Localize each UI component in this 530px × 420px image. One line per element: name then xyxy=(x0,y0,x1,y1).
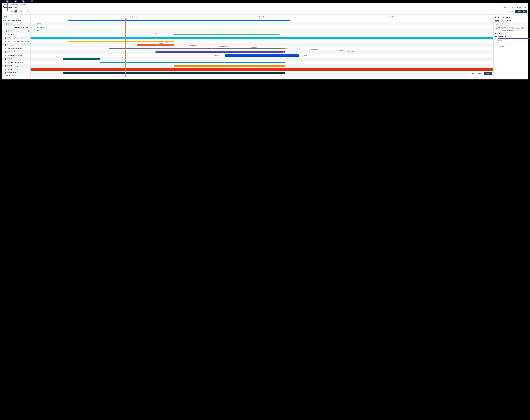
dependencies-checkbox[interactable] xyxy=(495,36,497,37)
issue-key: CP-10 xyxy=(7,55,11,56)
timeline-header-cell xyxy=(30,14,69,19)
page-title: Roadmap xyxy=(2,6,13,9)
epic-row[interactable]: CP-6Cross-team initiative planning xyxy=(2,40,30,43)
timeline-bar[interactable] xyxy=(225,54,299,57)
resize-handle[interactable] xyxy=(224,54,225,54)
timeline-bar[interactable] xyxy=(68,41,174,42)
annotation-3: 3 xyxy=(22,0,25,2)
annotation-4: 4 xyxy=(31,0,33,2)
timeline-bar[interactable] xyxy=(109,48,285,49)
breadcrumb-projects[interactable]: Projects xyxy=(2,4,8,5)
zoom-quarters[interactable]: Quarters xyxy=(484,72,492,75)
timeline-bar[interactable] xyxy=(30,37,493,39)
plus-icon xyxy=(4,75,5,76)
export-icon xyxy=(508,6,510,8)
epic-icon xyxy=(5,65,6,67)
timeline-row xyxy=(30,40,493,43)
timeline-bar[interactable] xyxy=(100,61,285,63)
annotation-1: 1 xyxy=(6,0,9,2)
timeline-row xyxy=(30,33,493,36)
timeline-bar[interactable] xyxy=(63,72,285,74)
epic-row[interactable]: CP-9Launch plan xyxy=(2,50,30,54)
epic-row[interactable]: CP-12Documentation uplift xyxy=(2,61,30,64)
search-input[interactable] xyxy=(2,10,13,13)
feedback-button[interactable]: Give feedback xyxy=(516,6,528,8)
view-settings-button[interactable]: View settings xyxy=(515,10,528,13)
close-icon[interactable] xyxy=(525,16,527,18)
epic-row[interactable]: CP-14KTLO xyxy=(2,68,30,71)
issue-name: User research xyxy=(13,30,21,32)
epic-row[interactable]: CP-4GTM Plan xyxy=(2,33,30,36)
done-check-icon xyxy=(28,30,29,32)
timeline-row: TO DO xyxy=(30,22,493,26)
issue-key: CP-11 xyxy=(7,58,11,60)
epic-icon xyxy=(5,51,6,53)
timeline-bar[interactable] xyxy=(63,58,100,60)
svg-line-3 xyxy=(501,7,502,8)
breadcrumb-classic[interactable]: Classic project xyxy=(9,4,18,5)
progress-checkbox[interactable] xyxy=(495,42,497,44)
create-epic-button[interactable]: Create Epic xyxy=(2,73,30,77)
timeline-bar[interactable] xyxy=(174,34,280,35)
issue-name: Issue key generator xyxy=(11,58,23,60)
timeline-row: IN PROGRESS xyxy=(30,26,493,29)
timeline-bar[interactable] xyxy=(156,51,285,53)
epic-row[interactable]: CP-11Issue key generator xyxy=(2,57,30,61)
more-detail-heading: More detail xyxy=(495,33,527,35)
epic-row[interactable]: CP-5Large piece of secret work xyxy=(2,36,30,40)
timeline-row xyxy=(30,36,493,40)
svg-point-0 xyxy=(502,7,502,7)
issue-name: Website redesign xyxy=(11,20,21,21)
issue-key: CP-18 xyxy=(8,23,12,25)
search-icon xyxy=(10,11,12,12)
issue-name: Migration plan xyxy=(11,65,20,67)
timeline-bar[interactable] xyxy=(174,65,285,67)
timeline-bar[interactable] xyxy=(30,68,493,71)
timeline-row xyxy=(30,61,493,64)
chevron-down-icon xyxy=(524,23,526,25)
timeline-header-cell: APR – JUN '21 xyxy=(326,14,455,19)
date-label-end: 2021/04/14 xyxy=(304,55,310,56)
timeline-row xyxy=(30,68,493,71)
expand-chevron[interactable] xyxy=(2,20,4,21)
zoom-months[interactable]: Months xyxy=(476,72,484,75)
progress-label: Progress xyxy=(498,42,503,44)
export-button[interactable]: Export xyxy=(508,6,515,8)
story-icon xyxy=(6,30,7,32)
issue-name: KTLO xyxy=(11,69,15,70)
zoom-weeks[interactable]: Weeks xyxy=(469,72,476,75)
breadcrumb-board[interactable]: CP board xyxy=(20,4,26,5)
svg-rect-9 xyxy=(6,24,7,24)
learn-more-link[interactable]: Learn more xyxy=(507,30,513,31)
epic-row[interactable]: CP-10Keyboard shortcuts xyxy=(2,54,30,57)
epic-row[interactable]: CP-16Audit E2E journey – consu… xyxy=(2,26,30,29)
epic-row[interactable]: CP-7Comp. Analysis – what's out the… xyxy=(2,43,30,47)
status-filter[interactable]: Status xyxy=(19,10,26,13)
epic-row[interactable]: CP-18Styleguide refresh xyxy=(2,22,30,26)
epic-row[interactable]: CP-13Migration plan xyxy=(2,64,30,68)
epic-row[interactable]: CP-17User research xyxy=(2,29,30,33)
timeline-bar[interactable] xyxy=(137,44,174,46)
today-button[interactable]: Today xyxy=(508,10,514,13)
share-button[interactable]: Share xyxy=(501,6,507,8)
timeline-row xyxy=(30,71,493,75)
svg-line-4 xyxy=(501,7,502,7)
expand-chevron[interactable] xyxy=(2,34,4,35)
status-badge: DONE xyxy=(37,30,41,31)
epic-row[interactable]: CP-3Website redesign xyxy=(2,19,30,22)
issue-key: CP-3 xyxy=(7,20,10,21)
epic-row[interactable]: CP-15FY22 Planning xyxy=(2,71,30,73)
issue-name: FY22 Planning xyxy=(11,72,20,73)
epic-icon xyxy=(5,37,6,39)
issue-key: CP-9 xyxy=(7,51,10,53)
epic-display-select[interactable]: All xyxy=(495,22,527,26)
epic-icon xyxy=(5,69,6,70)
progress-desc: View the status of child issues and trac… xyxy=(498,44,527,47)
epic-row[interactable]: CP-8Integrations & APIs xyxy=(2,47,30,50)
epic-icon xyxy=(5,48,6,49)
epic-icon xyxy=(5,72,6,74)
label-filter[interactable]: Label xyxy=(27,10,33,13)
issue-name: Keyboard shortcuts xyxy=(11,55,23,56)
dependencies-label: Dependencies xyxy=(498,36,506,37)
timeline-bar[interactable] xyxy=(68,20,290,21)
